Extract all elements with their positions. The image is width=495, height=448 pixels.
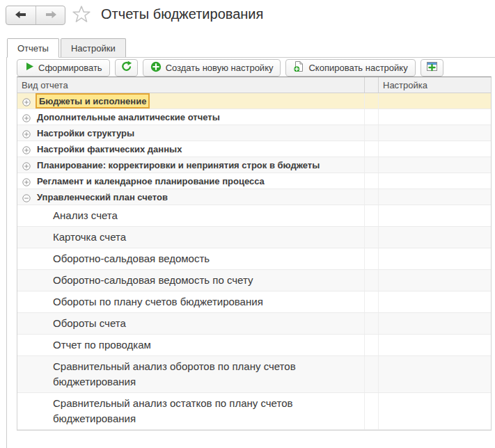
column-header-setting[interactable]: Настройка [379,77,491,93]
cell-blank[interactable] [365,393,379,429]
forward-arrow-icon [45,9,56,22]
table-row[interactable]: Дополнительные аналитические отчеты [17,109,491,125]
cell-setting[interactable] [379,227,491,248]
tab-reports[interactable]: Отчеты [7,38,59,58]
row-label: Карточка счета [53,230,126,245]
table-row[interactable]: Отчет по проводкам [17,335,491,356]
table-row[interactable]: Карточка счета [17,227,491,248]
expand-plus-icon[interactable] [22,97,31,105]
cell-blank[interactable] [365,270,379,291]
cell-report-kind[interactable]: Планирование: корректировки и непринятия… [17,157,365,173]
table-row[interactable]: Анализ счета [17,205,491,227]
new-window-button[interactable] [421,59,443,77]
cell-report-kind[interactable]: Оборотно-сальдовая ведомость [17,248,365,269]
row-label: Отчет по проводкам [53,337,151,353]
table-row[interactable]: Бюджеты и исполнение [17,93,491,109]
cell-setting[interactable] [379,141,491,157]
table-header: Вид отчета Настройка [17,77,491,93]
table-row[interactable]: Сравнительный анализ остатков по плану с… [17,393,491,430]
cell-setting[interactable] [379,291,491,312]
selected-cell-focus[interactable]: Бюджеты и исполнение [36,93,150,109]
cell-report-kind[interactable]: Оборотно-сальдовая ведомость по счету [17,270,365,291]
cell-setting[interactable] [379,93,491,109]
generate-button[interactable]: Сформировать [17,59,110,77]
cell-blank[interactable] [365,125,379,141]
column-header-blank[interactable] [365,77,379,93]
cell-report-kind[interactable]: Отчет по проводкам [17,335,365,355]
cell-blank[interactable] [365,356,379,392]
cell-setting[interactable] [379,248,491,269]
expand-plus-icon[interactable] [22,113,31,121]
cell-setting[interactable] [379,125,491,141]
back-arrow-icon [15,9,26,22]
cell-blank[interactable] [365,248,379,269]
cell-setting[interactable] [379,173,491,189]
cell-setting[interactable] [379,313,491,334]
cell-report-kind[interactable]: Дополнительные аналитические отчеты [17,109,365,125]
refresh-button[interactable] [115,59,138,77]
table-row[interactable]: Обороты по плану счетов бюджетирования [17,291,491,313]
report-table: Вид отчета Настройка Бюджеты и исполнени… [17,77,492,431]
cell-blank[interactable] [365,109,379,125]
table-row[interactable]: Планирование: корректировки и непринятия… [17,157,491,173]
cell-report-kind[interactable]: Сравнительный анализ остатков по плану с… [17,393,365,429]
table-row[interactable]: Настройки фактических данных [17,141,491,157]
page-title: Отчеты бюджетирования [101,6,263,22]
row-label: Управленческий план счетов [37,192,168,202]
cell-blank[interactable] [365,189,379,205]
cell-blank[interactable] [365,173,379,189]
copy-setting-button[interactable]: Скопировать настройку [285,59,415,77]
cell-blank[interactable] [365,227,379,248]
cell-report-kind[interactable]: Управленческий план счетов [17,189,365,205]
cell-blank[interactable] [365,141,379,157]
expand-plus-icon[interactable] [22,129,31,137]
cell-report-kind[interactable]: Настройки фактических данных [17,141,365,157]
expand-plus-icon[interactable] [22,161,31,169]
row-label: Оборотно-сальдовая ведомость [53,251,210,266]
cell-blank[interactable] [365,205,379,226]
row-label: Сравнительный анализ остатков по плану с… [53,396,319,426]
tab-settings[interactable]: Настройки [61,38,126,57]
table-row[interactable]: Оборотно-сальдовая ведомость по счету [17,270,491,291]
table-row[interactable]: Регламент и календарное планирование про… [17,173,491,189]
cell-blank[interactable] [365,291,379,312]
expand-plus-icon[interactable] [22,145,31,153]
tab-settings-label: Настройки [71,43,116,54]
cell-report-kind[interactable]: Бюджеты и исполнение [17,93,365,109]
expand-plus-icon[interactable] [22,177,31,185]
cell-report-kind[interactable]: Регламент и календарное планирование про… [17,173,365,189]
cell-report-kind[interactable]: Сравнительный анализ оборотов по плану с… [17,356,365,392]
cell-setting[interactable] [379,393,491,429]
table-row[interactable]: Сравнительный анализ оборотов по плану с… [17,356,491,393]
forward-button[interactable] [36,6,65,24]
cell-setting[interactable] [379,189,491,205]
table-row[interactable]: Настройки структуры [17,125,491,141]
cell-setting[interactable] [379,109,491,125]
cell-blank[interactable] [365,157,379,173]
cell-blank[interactable] [365,93,379,109]
collapse-minus-icon[interactable] [22,193,31,201]
cell-report-kind[interactable]: Настройки структуры [17,125,365,141]
cell-report-kind[interactable]: Обороты счета [17,313,365,334]
cell-report-kind[interactable]: Обороты по плану счетов бюджетирования [17,291,365,312]
cell-report-kind[interactable]: Карточка счета [17,227,365,248]
cell-blank[interactable] [365,335,379,355]
favorite-star-button[interactable] [72,6,91,25]
cell-setting[interactable] [379,356,491,392]
create-setting-button[interactable]: Создать новую настройку [143,59,281,77]
row-label: Обороты по плану счетов бюджетирования [53,294,263,310]
row-label: Регламент и календарное планирование про… [37,176,265,186]
table-row[interactable]: Оборотно-сальдовая ведомость [17,248,491,270]
cell-blank[interactable] [365,313,379,334]
cell-report-kind[interactable]: Анализ счета [17,205,365,226]
history-nav [6,6,65,25]
cell-setting[interactable] [379,270,491,291]
cell-setting[interactable] [379,335,491,355]
row-label: Планирование: корректировки и непринятия… [37,160,320,170]
back-button[interactable] [6,6,36,24]
cell-setting[interactable] [379,157,491,173]
table-row[interactable]: Управленческий план счетов [17,189,491,205]
cell-setting[interactable] [379,205,491,226]
column-header-report-kind[interactable]: Вид отчета [17,77,365,93]
table-row[interactable]: Обороты счета [17,313,491,335]
